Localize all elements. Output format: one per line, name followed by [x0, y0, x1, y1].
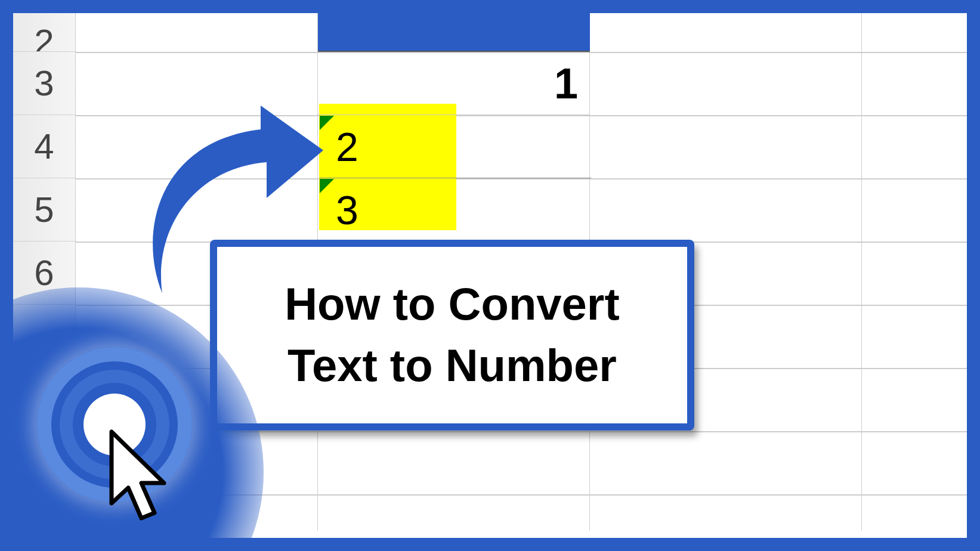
tutorial-title-card: How to Convert Text to Number	[210, 240, 694, 431]
row-header-4[interactable]: 4	[13, 115, 75, 178]
cursor-arrow-icon	[100, 426, 183, 533]
row-header-3[interactable]: 3	[13, 52, 75, 115]
cell-b3-number[interactable]: 1	[318, 52, 590, 115]
row-header-5[interactable]: 5	[13, 178, 75, 242]
spreadsheet-frame: 2 3 4 5 6 1 2 3	[13, 13, 967, 538]
title-line-2: Text to Number	[287, 340, 617, 391]
cell-b4-text[interactable]: 2	[319, 115, 591, 178]
title-line-1: How to Convert	[285, 278, 620, 329]
row-header-2[interactable]: 2	[13, 13, 75, 52]
cell-b5-text[interactable]: 3	[319, 178, 591, 242]
column-b-header-highlight	[318, 13, 590, 52]
